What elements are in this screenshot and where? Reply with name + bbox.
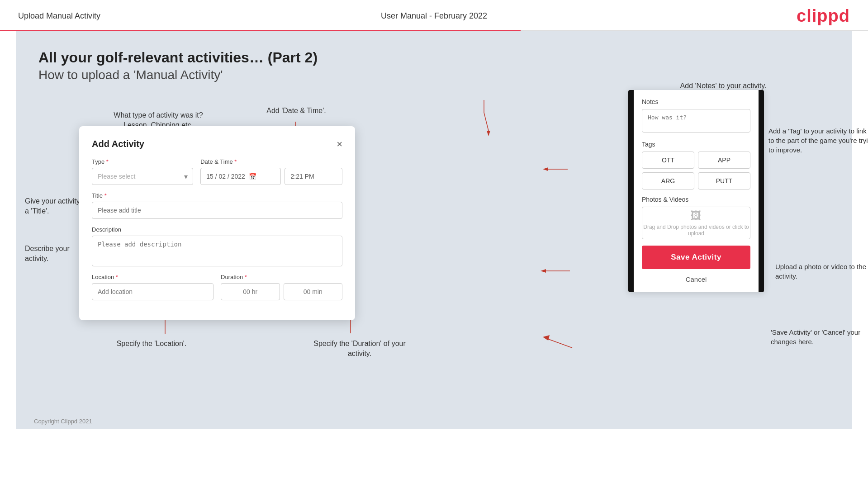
notes-input[interactable] [642, 109, 750, 133]
type-label: Type * [92, 158, 193, 165]
svg-marker-18 [487, 131, 490, 136]
heading-block: All your golf-relevant activities… (Part… [38, 49, 830, 82]
date-input[interactable]: 15 / 02 / 2022 📅 [200, 168, 281, 185]
manual-title: User Manual - February 2022 [381, 11, 487, 21]
calendar-icon: 📅 [249, 173, 256, 180]
duration-inputs [221, 283, 342, 300]
datetime-label: Date & Time * [200, 158, 342, 165]
annotation-duration: Specify the 'Duration' of your activity. [310, 339, 409, 359]
annotation-savecancel: 'Save Activity' or 'Cancel' your changes… [771, 327, 868, 346]
location-duration-row: Location * Duration * [92, 274, 342, 300]
cancel-link[interactable]: Cancel [642, 274, 750, 288]
phone-right-bar [759, 90, 764, 292]
top-bar: Upload Manual Activity User Manual - Feb… [0, 0, 868, 30]
page-title: Upload Manual Activity [18, 11, 100, 21]
logo: clippd [797, 6, 850, 26]
save-activity-button[interactable]: Save Activity [642, 246, 750, 269]
desc-label: Description [92, 226, 342, 233]
tag-arg[interactable]: ARG [642, 172, 694, 190]
annotation-desc: Describe your activity. [25, 244, 84, 264]
tags-label: Tags [642, 141, 750, 148]
svg-marker-24 [543, 335, 550, 341]
title-label: Title * [92, 192, 342, 199]
photo-icon: 🖼 [691, 209, 702, 222]
duration-min-input[interactable] [284, 283, 343, 300]
desc-textarea[interactable] [92, 236, 342, 266]
modal-title: Add Activity [92, 139, 144, 149]
tag-putt[interactable]: PUTT [698, 172, 750, 190]
type-group: Type * Please select [92, 158, 193, 185]
tags-grid: OTT APP ARG PUTT [642, 152, 750, 190]
desc-group: Description [92, 226, 342, 266]
photos-label: Photos & Videos [642, 196, 750, 203]
svg-marker-22 [541, 269, 546, 273]
duration-hr-input[interactable] [221, 283, 280, 300]
phone-panel: Notes Tags OTT APP ARG PUTT Photos & Vid… [628, 90, 764, 292]
date-value: 15 / 02 / 2022 [206, 173, 245, 180]
photos-drop-zone[interactable]: 🖼 Drag and Drop photos and videos or cli… [642, 207, 750, 239]
svg-line-17 [484, 113, 489, 131]
svg-line-23 [547, 339, 572, 348]
annotation-datetime: Add 'Date & Time'. [256, 106, 337, 116]
datetime-group: Date & Time * 15 / 02 / 2022 📅 2:21 PM [200, 158, 342, 185]
title-input[interactable] [92, 202, 342, 219]
main-content: All your golf-relevant activities… (Part… [16, 31, 852, 429]
heading-line2: How to upload a 'Manual Activity' [38, 68, 830, 82]
time-input[interactable]: 2:21 PM [285, 168, 342, 185]
type-select[interactable]: Please select [92, 168, 193, 185]
heading-line1: All your golf-relevant activities… (Part… [38, 49, 830, 66]
copyright: Copyright Clippd 2021 [34, 418, 92, 425]
notes-label: Notes [642, 98, 750, 105]
annotation-upload: Upload a photo or video to the activity. [775, 262, 868, 281]
annotation-tag: Add a 'Tag' to your activity to link it … [768, 126, 868, 155]
duration-group: Duration * [221, 274, 342, 300]
type-select-wrapper: Please select [92, 168, 193, 185]
duration-label: Duration * [221, 274, 342, 280]
phone-left-bar [628, 90, 634, 292]
annotation-title: Give your activity a 'Title'. [25, 196, 84, 217]
title-row: Title * [92, 192, 342, 219]
location-label: Location * [92, 274, 213, 280]
add-activity-modal: Add Activity × Type * Please select Date… [79, 126, 355, 320]
close-button[interactable]: × [337, 139, 342, 149]
tag-ott[interactable]: OTT [642, 152, 694, 169]
type-datetime-row: Type * Please select Date & Time * 15 / … [92, 158, 342, 185]
tag-app[interactable]: APP [698, 152, 750, 169]
annotation-location: Specify the 'Location'. [111, 339, 192, 349]
location-group: Location * [92, 274, 213, 300]
location-input[interactable] [92, 283, 213, 300]
desc-row: Description [92, 226, 342, 266]
title-group: Title * [92, 192, 342, 219]
photos-drop-text: Drag and Drop photos and videos or click… [642, 224, 750, 237]
svg-marker-20 [543, 167, 548, 171]
modal-header: Add Activity × [92, 139, 342, 149]
